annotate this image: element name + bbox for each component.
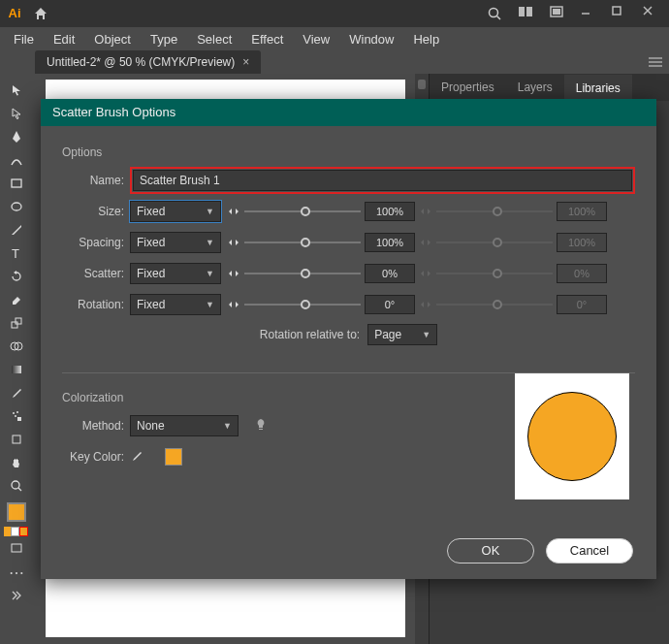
scatter-mode-dropdown[interactable]: Fixed▼ [130, 263, 221, 284]
app-icon: Ai [6, 5, 23, 22]
symbol-sprayer-tool[interactable] [6, 405, 27, 427]
method-dropdown[interactable]: None▼ [130, 415, 239, 436]
menu-file[interactable]: File [4, 29, 44, 49]
hand-tool[interactable] [6, 452, 27, 473]
menubar: File Edit Object Type Select Effect View… [0, 27, 669, 50]
spacing-mode-dropdown[interactable]: Fixed▼ [130, 232, 221, 253]
rotation-label: Rotation: [62, 298, 124, 311]
svg-point-18 [13, 412, 15, 414]
svg-rect-5 [553, 9, 560, 15]
panel-tab-libraries[interactable]: Libraries [564, 74, 632, 101]
colorization-label: Colorization [62, 391, 387, 404]
rotate-tool[interactable] [6, 266, 27, 287]
titlebar: Ai [0, 0, 669, 27]
menu-effect[interactable]: Effect [241, 29, 293, 49]
tools-panel: T ⋯ [0, 74, 32, 644]
close-button[interactable] [642, 5, 663, 22]
menu-type[interactable]: Type [141, 29, 187, 49]
rotation-slider-1[interactable] [244, 297, 361, 312]
edit-toolbar[interactable]: ⋯ [6, 562, 27, 583]
gradient-tool[interactable] [6, 359, 27, 380]
ellipse-tool[interactable] [6, 196, 27, 217]
tip-icon[interactable] [254, 418, 270, 434]
key-color-swatch[interactable] [165, 448, 182, 466]
curvature-tool[interactable] [6, 149, 27, 171]
menu-select[interactable]: Select [187, 29, 241, 49]
randomize-icon[interactable] [227, 298, 240, 311]
paintbrush-tool[interactable] [6, 219, 27, 241]
color-mode-swatches[interactable] [4, 527, 29, 536]
svg-rect-14 [16, 318, 21, 324]
pen-tool[interactable] [6, 126, 27, 147]
svg-point-0 [490, 9, 498, 17]
menu-edit[interactable]: Edit [44, 29, 84, 49]
menu-view[interactable]: View [293, 29, 339, 49]
name-label: Name: [62, 174, 124, 187]
document-tab-title: Untitled-2* @ 50 % (CMYK/Preview) [47, 55, 235, 69]
collapse-toolbar[interactable] [6, 585, 27, 606]
close-icon[interactable]: × [242, 55, 249, 69]
svg-point-19 [16, 411, 18, 413]
size-slider-1[interactable] [244, 204, 361, 219]
randomize-icon [419, 298, 432, 311]
panel-tab-layers[interactable]: Layers [506, 74, 564, 101]
randomize-icon [419, 205, 432, 218]
panel-tab-properties[interactable]: Properties [430, 74, 506, 101]
document-tab-strip: Untitled-2* @ 50 % (CMYK/Preview) × [0, 50, 669, 74]
document-tab[interactable]: Untitled-2* @ 50 % (CMYK/Preview) × [35, 50, 261, 74]
zoom-tool[interactable] [6, 475, 27, 497]
size-value-2: 100% [557, 202, 607, 221]
svg-rect-22 [13, 435, 20, 443]
rectangle-tool[interactable] [6, 173, 27, 194]
svg-rect-3 [526, 7, 532, 16]
brush-preview [515, 373, 629, 499]
svg-point-20 [15, 415, 16, 417]
fill-swatch[interactable] [7, 502, 26, 522]
eyedropper-tool[interactable] [6, 382, 27, 403]
maximize-button[interactable] [611, 5, 632, 22]
preview-shape [527, 392, 617, 481]
size-value-1[interactable]: 100% [365, 202, 415, 221]
scatter-value-1[interactable]: 0% [365, 264, 415, 283]
rotation-value-1[interactable]: 0° [365, 295, 415, 314]
panel-menu-icon[interactable] [648, 56, 663, 68]
shape-builder-tool[interactable] [6, 336, 27, 357]
dialog-title: Scatter Brush Options [41, 99, 656, 126]
minimize-button[interactable] [580, 5, 601, 22]
eraser-tool[interactable] [6, 289, 27, 310]
randomize-icon[interactable] [227, 205, 240, 218]
menu-object[interactable]: Object [84, 29, 141, 49]
randomize-icon[interactable] [227, 267, 240, 280]
eyedropper-icon[interactable] [130, 449, 145, 465]
rotation-value-2: 0° [557, 295, 607, 314]
screen-mode-tool[interactable] [6, 538, 27, 560]
spacing-value-1[interactable]: 100% [365, 233, 415, 252]
panel-tabs: Properties Layers Libraries [430, 74, 669, 101]
menu-window[interactable]: Window [339, 29, 403, 49]
menu-help[interactable]: Help [403, 29, 449, 49]
scatter-slider-1[interactable] [244, 266, 361, 281]
search-icon[interactable] [487, 6, 502, 21]
rotation-slider-2 [436, 297, 553, 312]
rotation-relative-dropdown[interactable]: Page▼ [367, 324, 437, 345]
svg-point-23 [12, 481, 19, 489]
size-mode-dropdown[interactable]: Fixed▼ [130, 201, 221, 222]
svg-line-1 [497, 16, 501, 20]
selection-tool[interactable] [6, 80, 27, 101]
randomize-icon[interactable] [227, 236, 240, 249]
name-input[interactable] [133, 170, 632, 191]
cancel-button[interactable]: Cancel [546, 538, 633, 564]
spacing-slider-1[interactable] [244, 235, 361, 250]
workspace-icon[interactable] [549, 5, 570, 22]
arrange-icon[interactable] [518, 5, 539, 22]
rotation-mode-dropdown[interactable]: Fixed▼ [130, 294, 221, 315]
scale-tool[interactable] [6, 312, 27, 334]
size-slider-2 [436, 204, 553, 219]
artboard-tool[interactable] [6, 429, 27, 450]
svg-rect-2 [519, 7, 525, 16]
type-tool[interactable]: T [6, 242, 27, 264]
ok-button[interactable]: OK [447, 538, 534, 564]
svg-rect-10 [12, 179, 21, 187]
direct-selection-tool[interactable] [6, 103, 27, 124]
home-icon[interactable] [33, 6, 48, 21]
